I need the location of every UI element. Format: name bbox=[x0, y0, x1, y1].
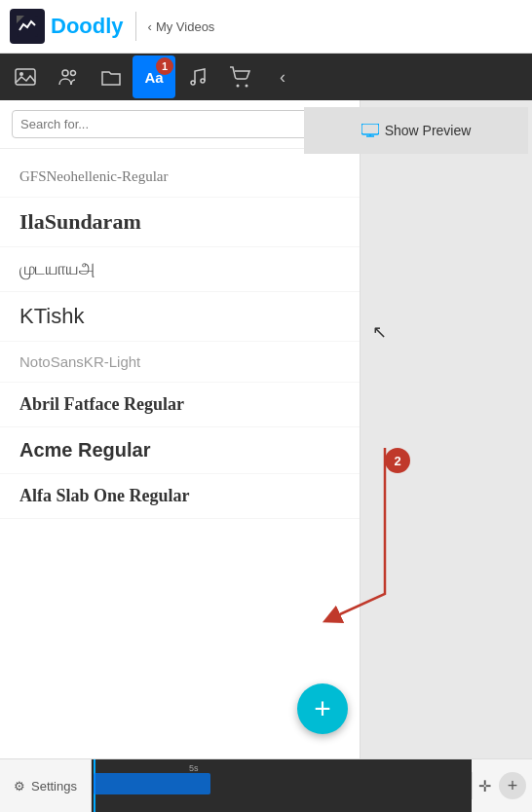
list-item[interactable]: Acme Regular bbox=[0, 427, 360, 474]
badge-2: 2 bbox=[385, 448, 410, 473]
font-name: Acme Regular bbox=[19, 439, 151, 461]
list-item[interactable]: Abril Fatface Regular bbox=[0, 383, 360, 427]
font-name: KTishk bbox=[19, 304, 84, 329]
svg-point-9 bbox=[246, 85, 248, 88]
my-videos-link[interactable]: ‹ My Videos bbox=[148, 19, 215, 34]
music-btn[interactable] bbox=[175, 55, 218, 98]
settings-label: Settings bbox=[31, 779, 77, 794]
my-videos-label: My Videos bbox=[156, 19, 214, 34]
monitor-icon bbox=[361, 124, 379, 137]
show-preview-label: Show Preview bbox=[385, 123, 472, 138]
svg-rect-10 bbox=[361, 124, 379, 134]
collapse-btn[interactable]: ‹ bbox=[261, 55, 304, 98]
list-item[interactable]: Alfa Slab One Regular bbox=[0, 474, 360, 519]
timeline-ruler: 5s bbox=[92, 759, 472, 812]
back-arrow: ‹ bbox=[148, 19, 152, 34]
svg-rect-2 bbox=[16, 69, 35, 85]
list-item[interactable]: GFSNeohellenic-Regular bbox=[0, 157, 360, 198]
list-item[interactable]: NotoSansKR-Light bbox=[0, 342, 360, 383]
add-font-button[interactable]: + bbox=[297, 683, 348, 734]
svg-point-8 bbox=[237, 85, 240, 88]
toolbar: Aa 1 ‹ Show Preview bbox=[0, 54, 532, 100]
show-preview-button[interactable]: Show Preview bbox=[304, 107, 528, 154]
move-icon[interactable]: ✛ bbox=[478, 777, 491, 795]
svg-point-4 bbox=[62, 70, 68, 76]
annotation-2: 2 bbox=[385, 448, 410, 473]
add-scene-button[interactable]: + bbox=[499, 772, 526, 799]
logo-area: Doodly bbox=[10, 9, 124, 44]
timeline-5s-marker: 5s bbox=[189, 763, 199, 773]
font-name: NotoSansKR-Light bbox=[19, 353, 140, 370]
search-input[interactable] bbox=[20, 117, 326, 131]
svg-point-6 bbox=[191, 81, 195, 85]
people-btn[interactable] bbox=[47, 55, 90, 98]
left-panel: ✕ GFSNeohellenic-Regular IlaSundaram முட… bbox=[0, 100, 361, 758]
image-btn[interactable] bbox=[4, 55, 47, 98]
logo-icon bbox=[10, 9, 45, 44]
settings-icon: ⚙ bbox=[14, 779, 25, 794]
logo-text: Doodly bbox=[51, 14, 124, 39]
font-name: GFSNeohellenic-Regular bbox=[19, 168, 168, 185]
header: Doodly ‹ My Videos bbox=[0, 0, 532, 54]
bottom-controls: ✛ + bbox=[472, 772, 532, 799]
list-item[interactable]: முடயாயஅ bbox=[0, 247, 360, 292]
svg-point-7 bbox=[201, 79, 205, 83]
svg-point-3 bbox=[19, 72, 23, 76]
header-divider bbox=[135, 12, 136, 41]
svg-point-5 bbox=[71, 71, 76, 76]
font-name: Abril Fatface Regular bbox=[19, 394, 184, 415]
font-name: முடயாயஅ bbox=[19, 259, 95, 279]
list-item[interactable]: KTishk bbox=[0, 292, 360, 342]
search-input-wrap: ✕ bbox=[12, 110, 348, 138]
timeline-segment bbox=[94, 773, 210, 794]
list-item[interactable]: IlaSundaram bbox=[0, 198, 360, 247]
text-btn[interactable]: Aa 1 bbox=[133, 55, 175, 98]
badge-1: 1 bbox=[156, 57, 173, 75]
font-name: IlaSundaram bbox=[19, 209, 141, 235]
bottom-bar: ⚙ Settings 5s ✛ + bbox=[0, 758, 532, 812]
settings-button[interactable]: ⚙ Settings bbox=[0, 759, 92, 812]
cart-btn[interactable] bbox=[218, 55, 261, 98]
canvas-area bbox=[361, 100, 532, 758]
folder-btn[interactable] bbox=[90, 55, 133, 98]
font-list: GFSNeohellenic-Regular IlaSundaram முடயா… bbox=[0, 149, 360, 758]
font-name: Alfa Slab One Regular bbox=[19, 486, 190, 506]
